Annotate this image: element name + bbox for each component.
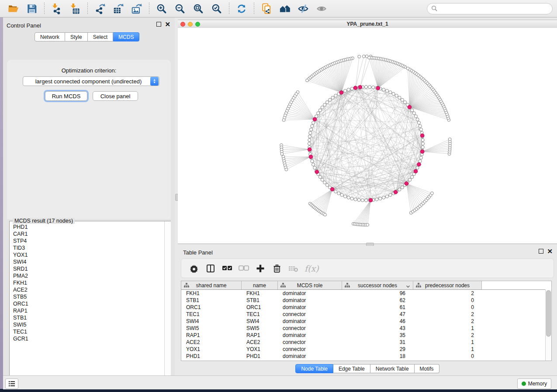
result-item[interactable]: TID3 [10,244,162,251]
satellite-node[interactable] [366,224,369,227]
ring-node[interactable] [323,181,326,184]
cell-name[interactable]: ACE2 [242,339,278,345]
edge[interactable] [314,189,332,207]
cell-predecessor_nodes[interactable]: 2 [413,311,482,317]
save-session-button[interactable] [25,2,38,15]
mcds-node-selected[interactable] [408,105,412,109]
edge[interactable] [284,119,315,120]
hide-selected-button[interactable] [297,2,310,15]
open-session-button[interactable] [7,2,20,15]
function-builder-button[interactable]: f(x) [304,264,319,273]
table-row[interactable]: ORC1ORC1dominator610 [181,304,551,311]
result-item[interactable]: CAR1 [10,230,162,237]
add-row-button[interactable] [255,263,266,274]
cell-predecessor_nodes[interactable]: 2 [413,332,482,338]
result-item[interactable]: ACE2 [10,286,162,293]
ring-node[interactable] [344,89,347,93]
close-panel-icon[interactable]: ✕ [165,22,170,26]
edge[interactable] [364,200,371,225]
result-item[interactable]: SWI5 [10,321,162,328]
network-canvas[interactable] [178,28,557,244]
tab-edge-table[interactable]: Edge Table [333,364,370,373]
edge[interactable] [321,189,332,212]
ring-node[interactable] [311,124,314,127]
memory-button[interactable]: Memory [517,378,551,389]
ring-node[interactable] [334,190,337,193]
table-row[interactable]: SWI5SWI5connector431 [181,325,551,332]
cell-mcds_role[interactable]: connector [278,311,342,317]
float-panel-icon[interactable] [156,22,161,27]
ring-node[interactable] [347,196,350,199]
ring-node[interactable] [419,160,422,163]
ring-node[interactable] [411,109,414,112]
ring-node[interactable] [392,93,395,96]
edge[interactable] [318,72,342,93]
first-neighbors-button[interactable] [278,2,291,15]
edge[interactable] [409,86,430,107]
cell-successor_nodes[interactable]: 35 [342,332,413,338]
deselect-all-button[interactable] [238,263,249,274]
ring-node[interactable] [395,94,398,97]
tab-node-table[interactable]: Node Table [295,364,333,373]
mcds-node-selected[interactable] [313,117,317,121]
float-panel-icon[interactable] [539,249,543,254]
mcds-node-selected[interactable] [330,187,334,191]
edge[interactable] [408,69,410,107]
run-mcds-button[interactable]: Run MCDS [45,91,87,101]
zoom-out-button[interactable] [173,2,187,15]
refresh-layout-button[interactable] [235,2,248,15]
edge[interactable] [290,104,315,119]
ring-node[interactable] [344,195,347,198]
ring-node[interactable] [334,94,337,97]
cell-name[interactable]: ORC1 [242,304,278,310]
cell-mcds_role[interactable]: dominator [278,290,342,296]
scrollbar-thumb[interactable] [546,290,551,337]
show-column-button[interactable] [205,263,216,274]
ring-node[interactable] [419,156,422,159]
mcds-node-selected[interactable] [353,86,357,90]
cell-name[interactable]: FKH1 [242,290,278,296]
cell-shared_name[interactable]: SWI4 [181,318,242,324]
cell-predecessor_nodes[interactable]: 2 [413,290,482,296]
ring-node[interactable] [364,85,367,88]
ring-node[interactable] [382,196,385,199]
edge[interactable] [371,58,378,88]
mcds-node-selected[interactable] [309,155,313,159]
ring-node[interactable] [401,186,404,189]
edge[interactable] [360,56,370,87]
cell-predecessor_nodes[interactable]: 0 [413,304,482,310]
edge[interactable] [281,145,310,149]
edge[interactable] [356,56,364,88]
search-input[interactable] [438,5,548,12]
cell-mcds_role[interactable]: connector [278,325,342,331]
ring-node[interactable] [412,112,415,115]
ring-node[interactable] [308,135,311,138]
edge[interactable] [341,58,350,93]
mcds-node-selected[interactable] [369,198,373,202]
tab-network-table[interactable]: Network Table [370,364,415,373]
ring-node[interactable] [403,101,406,104]
ring-node[interactable] [337,192,340,195]
cell-successor_nodes[interactable]: 61 [342,304,413,310]
ring-node[interactable] [385,195,388,198]
cell-mcds_role[interactable]: connector [278,346,342,352]
mcds-node-selected[interactable] [394,190,398,194]
cell-name[interactable]: SWI5 [242,325,278,331]
network-graph[interactable] [178,28,557,244]
zoom-fit-button[interactable] [192,2,205,15]
cell-predecessor_nodes[interactable]: 0 [413,297,482,303]
network-window-titlebar[interactable]: YPA_prune.txt_1 [178,20,557,28]
edge[interactable] [409,74,416,107]
cell-shared_name[interactable]: YOX1 [181,346,242,352]
mcds-node-selected[interactable] [405,182,408,186]
mcds-node-selected[interactable] [358,85,362,89]
tab-network[interactable]: Network [35,32,65,41]
ring-node[interactable] [372,86,375,89]
edge[interactable] [281,148,310,150]
task-history-button[interactable] [5,378,18,389]
cell-predecessor_nodes[interactable]: 1 [413,339,482,345]
edge[interactable] [356,200,371,224]
cell-name[interactable]: TEC1 [242,311,278,317]
clone-network-button[interactable] [260,2,273,15]
ring-node[interactable] [317,112,320,115]
